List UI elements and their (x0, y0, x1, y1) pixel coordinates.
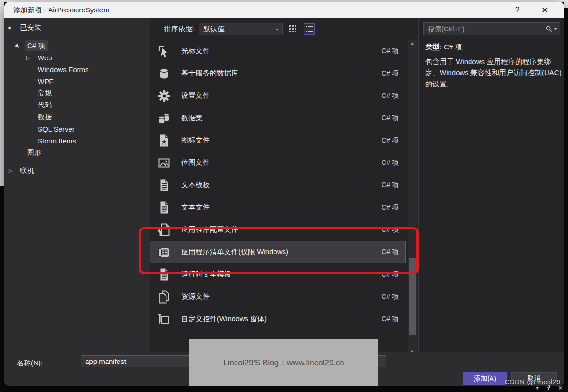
tree-item[interactable]: C# 项 (4, 40, 150, 52)
tree-item[interactable]: Windows Forms (4, 64, 150, 76)
list-item-label: 光标文件 (181, 47, 210, 56)
search-dropdown-caret-icon[interactable]: ▾ (554, 26, 557, 31)
type-value: C# 项 (444, 43, 462, 51)
list-item[interactable]: 文本文件 C# 项 (150, 196, 406, 219)
list-item-label: 文本文件 (181, 203, 210, 212)
tree-expander-icon[interactable] (9, 25, 18, 30)
tree-item[interactable]: 图形 (4, 147, 150, 159)
settings-file-icon (157, 89, 171, 103)
tree-item[interactable]: Web (4, 52, 150, 64)
dialog-title: 添加新项 - AirPressureSystem (13, 6, 109, 15)
list-item-label: 应用程序配置文件 (181, 225, 238, 234)
grid-view-icon[interactable] (287, 23, 299, 35)
sort-by-dropdown[interactable]: 默认值 ▾ (199, 23, 283, 35)
list-item[interactable]: 数据集 C# 项 (150, 107, 406, 129)
dataset-icon (157, 111, 171, 125)
tree-item-label: WPF (35, 76, 56, 86)
chevron-down-icon[interactable]: ▼ (535, 385, 539, 391)
dialog-body: 已安装 C# 项 Web Windows Forms (4, 18, 564, 386)
list-item-label: 文本模板 (181, 181, 210, 190)
help-icon[interactable]: ? (510, 6, 524, 14)
list-item-type-tag: C# 项 (382, 181, 401, 190)
tree-expander-icon[interactable] (9, 168, 18, 174)
list-item-type-tag: C# 项 (382, 270, 401, 279)
list-item-type-tag: C# 项 (382, 293, 401, 301)
cursor-file-icon (157, 44, 171, 58)
app-config-file-icon (157, 223, 171, 237)
list-view-icon[interactable] (304, 23, 315, 35)
add-button[interactable]: 添加(A) (463, 372, 507, 385)
close-icon[interactable]: ✕ (558, 384, 563, 392)
tree-item[interactable]: 已安装 (4, 22, 150, 34)
list-item-label: 自定义控件(Windows 窗体) (181, 315, 267, 324)
list-item-type-tag: C# 项 (382, 248, 401, 257)
tree-item[interactable]: Storm Items (4, 135, 150, 147)
list-item-type-tag: C# 项 (382, 203, 401, 212)
add-new-item-dialog: 添加新项 - AirPressureSystem ? ✕ 已安装 C# 项 (4, 2, 564, 386)
list-item-type-tag: C# 项 (382, 226, 401, 234)
screenshot-canvas: 添加新项 - AirPressureSystem ? ✕ 已安装 C# 项 (0, 0, 568, 392)
tree-item[interactable]: 常规 (4, 87, 150, 99)
list-item[interactable]: 图标文件 C# 项 (150, 129, 406, 152)
list-item-type-tag: C# 项 (382, 69, 401, 78)
list-item[interactable]: 文本模板 C# 项 (150, 174, 406, 196)
template-category-tree: 已安装 C# 项 Web Windows Forms (4, 18, 150, 352)
type-label: 类型: (425, 43, 442, 51)
list-item-type-tag: C# 项 (382, 47, 401, 56)
list-item[interactable]: 基于服务的数据库 C# 项 (150, 62, 406, 85)
tree-expander-icon[interactable] (26, 55, 35, 61)
search-input[interactable] (427, 25, 543, 33)
list-item[interactable]: 光标文件 C# 项 (150, 40, 406, 62)
text-template-icon (157, 178, 171, 192)
list-item[interactable]: 应用程序清单文件(仅限 Windows) C# 项 (150, 241, 406, 263)
sort-by-label: 排序依据: (164, 25, 195, 34)
tree-expander-icon[interactable] (16, 43, 25, 48)
list-item[interactable]: 位图文件 C# 项 (150, 152, 406, 174)
pin-icon[interactable] (546, 385, 552, 391)
tree-item-label: 图形 (25, 147, 44, 158)
list-item[interactable]: 应用程序配置文件 C# 项 (150, 219, 406, 241)
background-window-edge (0, 0, 4, 186)
tree-item[interactable]: 代码 (4, 99, 150, 111)
tree-item[interactable]: 联机 (4, 165, 150, 177)
tree-item[interactable]: WPF (4, 76, 150, 87)
dialog-titlebar: 添加新项 - AirPressureSystem ? ✕ (4, 2, 564, 18)
tree-item-label: Storm Items (35, 136, 78, 146)
runtime-text-template-icon (157, 268, 171, 282)
tree-item-label: 数据 (35, 112, 54, 123)
app-manifest-file-icon (157, 245, 171, 259)
list-item[interactable]: 运行时文本模板 C# 项 (150, 263, 406, 286)
tree-item[interactable]: SQL Server (4, 123, 150, 135)
tree-item-label: 代码 (35, 100, 54, 111)
scroll-up-icon[interactable]: ▲ (408, 41, 417, 46)
tree-item-label: 联机 (18, 165, 37, 176)
search-box[interactable]: ▾ (423, 22, 560, 35)
type-line: 类型: C# 项 (425, 43, 462, 52)
background-panel-controls: ▼ ✕ (535, 384, 563, 392)
bitmap-file-icon (157, 156, 171, 170)
tree-item-label: 已安装 (18, 22, 44, 33)
template-list: 光标文件 C# 项 基于服务的数据库 C# 项 (150, 40, 406, 352)
list-item-label: 基于服务的数据库 (181, 69, 238, 78)
template-description: 包含用于 Windows 应用程序的程序集绑定、Windows 兼容性和用户访问… (425, 56, 564, 89)
search-icon[interactable] (545, 25, 553, 33)
list-item-label: 位图文件 (181, 158, 210, 167)
list-item-type-tag: C# 项 (382, 92, 401, 100)
list-item-type-tag: C# 项 (382, 315, 401, 324)
close-icon[interactable]: ✕ (538, 5, 552, 15)
list-scrollbar[interactable]: ▲ ▼ (408, 40, 417, 355)
list-item[interactable]: 自定义控件(Windows 窗体) C# 项 (150, 308, 406, 330)
template-list-panel: 排序依据: 默认值 ▾ (150, 18, 418, 352)
list-item-label: 图标文件 (181, 136, 210, 145)
list-item-type-tag: C# 项 (382, 159, 401, 167)
tree-item-label: Web (35, 53, 55, 63)
scrollbar-thumb[interactable] (409, 258, 416, 335)
tree-item-label: SQL Server (35, 124, 77, 134)
background-window-edge-right (564, 0, 568, 8)
tree-item[interactable]: 数据 (4, 111, 150, 123)
resource-file-icon (157, 290, 171, 304)
text-file-icon (157, 201, 171, 215)
list-item[interactable]: 设置文件 C# 项 (150, 85, 406, 107)
list-item[interactable]: 资源文件 C# 项 (150, 286, 406, 308)
list-item-type-tag: C# 项 (382, 136, 401, 145)
